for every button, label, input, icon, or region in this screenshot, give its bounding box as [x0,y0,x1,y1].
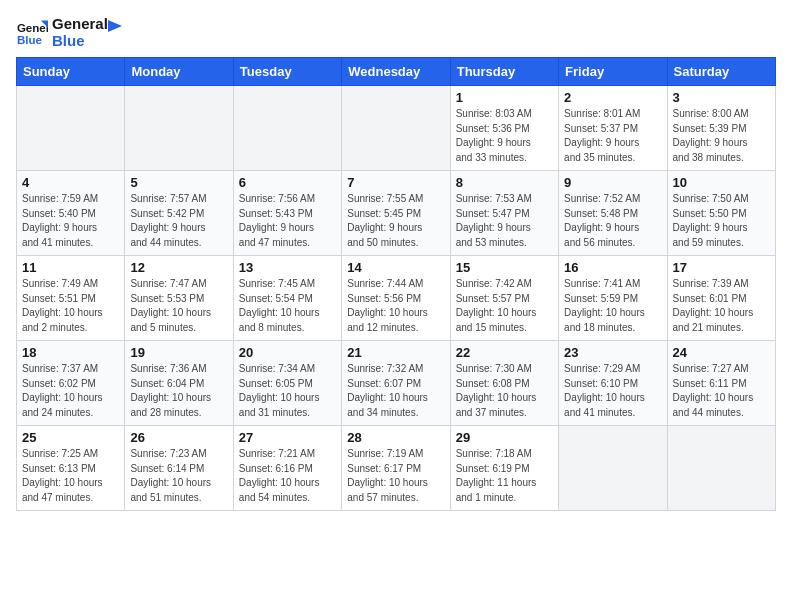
day-info: Sunrise: 8:03 AM Sunset: 5:36 PM Dayligh… [456,107,553,165]
day-cell: 23Sunrise: 7:29 AM Sunset: 6:10 PM Dayli… [559,341,667,426]
day-info: Sunrise: 7:18 AM Sunset: 6:19 PM Dayligh… [456,447,553,505]
day-cell: 3Sunrise: 8:00 AM Sunset: 5:39 PM Daylig… [667,86,775,171]
day-cell: 5Sunrise: 7:57 AM Sunset: 5:42 PM Daylig… [125,171,233,256]
day-number: 17 [673,260,770,275]
col-header-sunday: Sunday [17,58,125,86]
day-info: Sunrise: 7:52 AM Sunset: 5:48 PM Dayligh… [564,192,661,250]
day-cell: 29Sunrise: 7:18 AM Sunset: 6:19 PM Dayli… [450,426,558,511]
day-info: Sunrise: 7:36 AM Sunset: 6:04 PM Dayligh… [130,362,227,420]
day-cell: 25Sunrise: 7:25 AM Sunset: 6:13 PM Dayli… [17,426,125,511]
day-number: 1 [456,90,553,105]
day-info: Sunrise: 7:56 AM Sunset: 5:43 PM Dayligh… [239,192,336,250]
day-number: 24 [673,345,770,360]
day-info: Sunrise: 7:45 AM Sunset: 5:54 PM Dayligh… [239,277,336,335]
day-cell: 17Sunrise: 7:39 AM Sunset: 6:01 PM Dayli… [667,256,775,341]
day-cell: 28Sunrise: 7:19 AM Sunset: 6:17 PM Dayli… [342,426,450,511]
day-info: Sunrise: 7:34 AM Sunset: 6:05 PM Dayligh… [239,362,336,420]
day-cell: 9Sunrise: 7:52 AM Sunset: 5:48 PM Daylig… [559,171,667,256]
day-info: Sunrise: 8:00 AM Sunset: 5:39 PM Dayligh… [673,107,770,165]
day-info: Sunrise: 7:42 AM Sunset: 5:57 PM Dayligh… [456,277,553,335]
day-number: 4 [22,175,119,190]
day-cell: 26Sunrise: 7:23 AM Sunset: 6:14 PM Dayli… [125,426,233,511]
day-cell: 8Sunrise: 7:53 AM Sunset: 5:47 PM Daylig… [450,171,558,256]
day-cell: 4Sunrise: 7:59 AM Sunset: 5:40 PM Daylig… [17,171,125,256]
day-info: Sunrise: 7:44 AM Sunset: 5:56 PM Dayligh… [347,277,444,335]
day-number: 6 [239,175,336,190]
day-cell [559,426,667,511]
day-info: Sunrise: 7:39 AM Sunset: 6:01 PM Dayligh… [673,277,770,335]
day-info: Sunrise: 7:57 AM Sunset: 5:42 PM Dayligh… [130,192,227,250]
day-cell: 1Sunrise: 8:03 AM Sunset: 5:36 PM Daylig… [450,86,558,171]
day-number: 28 [347,430,444,445]
day-info: Sunrise: 7:25 AM Sunset: 6:13 PM Dayligh… [22,447,119,505]
week-row-4: 18Sunrise: 7:37 AM Sunset: 6:02 PM Dayli… [17,341,776,426]
day-number: 19 [130,345,227,360]
day-info: Sunrise: 7:55 AM Sunset: 5:45 PM Dayligh… [347,192,444,250]
col-header-monday: Monday [125,58,233,86]
day-cell: 16Sunrise: 7:41 AM Sunset: 5:59 PM Dayli… [559,256,667,341]
col-header-friday: Friday [559,58,667,86]
col-header-tuesday: Tuesday [233,58,341,86]
day-cell: 7Sunrise: 7:55 AM Sunset: 5:45 PM Daylig… [342,171,450,256]
day-info: Sunrise: 8:01 AM Sunset: 5:37 PM Dayligh… [564,107,661,165]
day-number: 3 [673,90,770,105]
day-number: 13 [239,260,336,275]
day-cell: 14Sunrise: 7:44 AM Sunset: 5:56 PM Dayli… [342,256,450,341]
day-cell: 27Sunrise: 7:21 AM Sunset: 6:16 PM Dayli… [233,426,341,511]
svg-text:General: General [17,22,48,34]
col-header-wednesday: Wednesday [342,58,450,86]
logo-line1: General [52,16,108,33]
day-cell [17,86,125,171]
week-row-5: 25Sunrise: 7:25 AM Sunset: 6:13 PM Dayli… [17,426,776,511]
day-cell: 15Sunrise: 7:42 AM Sunset: 5:57 PM Dayli… [450,256,558,341]
day-number: 26 [130,430,227,445]
day-info: Sunrise: 7:53 AM Sunset: 5:47 PM Dayligh… [456,192,553,250]
svg-marker-3 [108,20,122,32]
day-number: 21 [347,345,444,360]
day-info: Sunrise: 7:23 AM Sunset: 6:14 PM Dayligh… [130,447,227,505]
day-info: Sunrise: 7:50 AM Sunset: 5:50 PM Dayligh… [673,192,770,250]
day-number: 20 [239,345,336,360]
week-row-2: 4Sunrise: 7:59 AM Sunset: 5:40 PM Daylig… [17,171,776,256]
day-cell: 12Sunrise: 7:47 AM Sunset: 5:53 PM Dayli… [125,256,233,341]
day-number: 5 [130,175,227,190]
day-cell: 20Sunrise: 7:34 AM Sunset: 6:05 PM Dayli… [233,341,341,426]
day-cell: 22Sunrise: 7:30 AM Sunset: 6:08 PM Dayli… [450,341,558,426]
day-cell [125,86,233,171]
col-header-saturday: Saturday [667,58,775,86]
day-info: Sunrise: 7:21 AM Sunset: 6:16 PM Dayligh… [239,447,336,505]
day-cell: 2Sunrise: 8:01 AM Sunset: 5:37 PM Daylig… [559,86,667,171]
day-number: 25 [22,430,119,445]
day-number: 16 [564,260,661,275]
logo-icon: General Blue [16,17,48,49]
day-cell: 24Sunrise: 7:27 AM Sunset: 6:11 PM Dayli… [667,341,775,426]
week-row-1: 1Sunrise: 8:03 AM Sunset: 5:36 PM Daylig… [17,86,776,171]
day-number: 10 [673,175,770,190]
day-cell: 21Sunrise: 7:32 AM Sunset: 6:07 PM Dayli… [342,341,450,426]
day-number: 12 [130,260,227,275]
day-info: Sunrise: 7:59 AM Sunset: 5:40 PM Dayligh… [22,192,119,250]
logo-flag-icon [106,18,124,36]
day-number: 8 [456,175,553,190]
day-info: Sunrise: 7:30 AM Sunset: 6:08 PM Dayligh… [456,362,553,420]
logo-line2: Blue [52,33,108,50]
logo: General Blue General Blue [16,16,124,49]
day-info: Sunrise: 7:37 AM Sunset: 6:02 PM Dayligh… [22,362,119,420]
svg-text:Blue: Blue [17,33,43,45]
header-row: SundayMondayTuesdayWednesdayThursdayFrid… [17,58,776,86]
week-row-3: 11Sunrise: 7:49 AM Sunset: 5:51 PM Dayli… [17,256,776,341]
day-cell: 11Sunrise: 7:49 AM Sunset: 5:51 PM Dayli… [17,256,125,341]
day-cell [342,86,450,171]
day-number: 14 [347,260,444,275]
day-number: 9 [564,175,661,190]
day-number: 18 [22,345,119,360]
calendar-table: SundayMondayTuesdayWednesdayThursdayFrid… [16,57,776,511]
day-number: 11 [22,260,119,275]
day-cell: 13Sunrise: 7:45 AM Sunset: 5:54 PM Dayli… [233,256,341,341]
header: General Blue General Blue [16,16,776,49]
day-cell [667,426,775,511]
day-info: Sunrise: 7:32 AM Sunset: 6:07 PM Dayligh… [347,362,444,420]
day-cell: 19Sunrise: 7:36 AM Sunset: 6:04 PM Dayli… [125,341,233,426]
day-info: Sunrise: 7:49 AM Sunset: 5:51 PM Dayligh… [22,277,119,335]
day-number: 27 [239,430,336,445]
